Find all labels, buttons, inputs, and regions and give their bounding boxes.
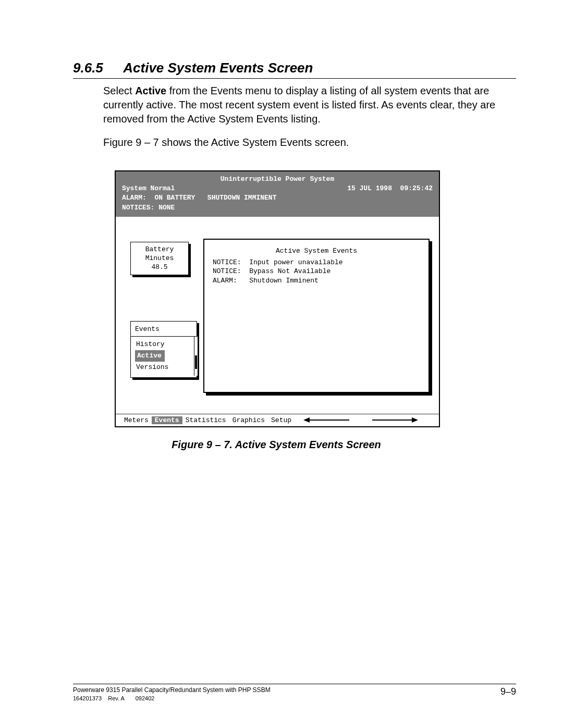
menu-item-active[interactable]: Active <box>135 350 165 362</box>
p1-b: Active <box>135 85 166 96</box>
system-status: System Normal <box>122 184 175 193</box>
body-text: Select Active from the Events menu to di… <box>103 84 516 150</box>
menubar-graphics[interactable]: Graphics <box>229 416 268 424</box>
menu-scrollbar-thumb[interactable] <box>195 355 197 369</box>
battery-l3: 48.5 <box>131 263 188 272</box>
battery-l1: Battery <box>131 245 188 254</box>
section-title: Active System Events Screen <box>123 60 313 76</box>
paragraph-2: Figure 9 – 7 shows the Active System Eve… <box>103 135 516 150</box>
events-panel: Active System Events NOTICE: Input power… <box>203 239 430 393</box>
section-number: 9.6.5 <box>73 60 120 76</box>
arrow-right-icon[interactable] <box>371 417 418 423</box>
page-footer: Powerware 9315 Parallel Capacity/Redunda… <box>73 684 516 702</box>
terminal-date: 15 JUL 1998 <box>347 184 392 192</box>
notices-line: NOTICES: NONE <box>122 203 433 213</box>
section-heading: 9.6.5 Active System Events Screen <box>73 60 516 76</box>
svg-marker-3 <box>412 417 418 423</box>
events-list: NOTICE: Input power unavailable NOTICE: … <box>213 258 420 286</box>
terminal-screenshot: Uninterruptible Power System System Norm… <box>115 170 438 451</box>
menubar-meters[interactable]: Meters <box>121 416 152 424</box>
footer-line1: Powerware 9315 Parallel Capacity/Redunda… <box>73 686 271 695</box>
events-menu-box[interactable]: Events History Active Versions <box>130 321 197 378</box>
menubar-events[interactable]: Events <box>152 416 182 424</box>
menubar-statistics[interactable]: Statistics <box>182 416 229 424</box>
events-menu-title: Events <box>135 324 192 335</box>
terminal-time: 09:25:42 <box>400 184 433 192</box>
battery-l2: Minutes <box>131 254 188 263</box>
footer-line2: 164201373 Rev. A 092402 <box>73 695 271 702</box>
heading-rule <box>73 78 516 79</box>
p1-a: Select <box>103 85 135 96</box>
arrow-left-icon[interactable] <box>303 417 350 423</box>
menu-item-history[interactable]: History <box>135 339 166 350</box>
terminal-header: Uninterruptible Power System System Norm… <box>116 171 439 217</box>
svg-marker-1 <box>303 417 310 423</box>
terminal-title: Uninterruptible Power System <box>122 175 433 184</box>
alarm-line: ALARM: ON BATTERY SHUTDOWN IMMINENT <box>122 193 433 203</box>
page-number: 9–9 <box>500 686 516 697</box>
events-panel-title: Active System Events <box>213 247 420 255</box>
terminal-menubar[interactable]: Meters Events Statistics Graphics Setup <box>116 414 439 426</box>
menu-item-versions[interactable]: Versions <box>135 362 169 373</box>
figure-caption: Figure 9 – 7. Active System Events Scree… <box>115 439 438 451</box>
battery-box: Battery Minutes 48.5 <box>130 242 189 276</box>
menubar-setup[interactable]: Setup <box>268 416 295 424</box>
menu-scrollbar[interactable] <box>194 337 198 376</box>
